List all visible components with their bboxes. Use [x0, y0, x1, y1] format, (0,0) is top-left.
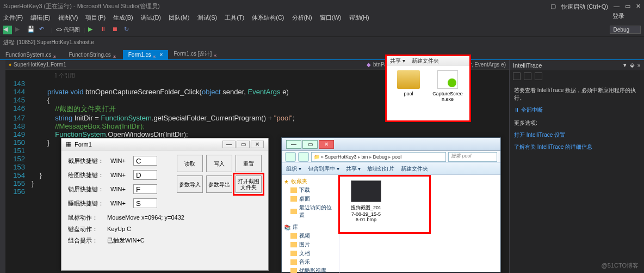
app-title: SuperHotKey3 (正在运行) - Microsoft Visual S…: [3, 2, 160, 10]
input-capture-key[interactable]: [133, 156, 157, 166]
btn-reset[interactable]: 重置: [236, 155, 262, 172]
folder-icon: [290, 268, 297, 273]
menu-view[interactable]: 视图(V): [58, 14, 78, 22]
restart-icon[interactable]: ↻: [124, 26, 133, 34]
menu-test[interactable]: 测试(S): [197, 14, 218, 22]
it-tool-icon-3[interactable]: [535, 72, 542, 80]
form1-titlebar[interactable]: ▦ Form1 — ▭ ✕: [61, 138, 268, 150]
save-icon[interactable]: 💾: [27, 26, 36, 34]
close-icon[interactable]: ✕: [636, 3, 641, 11]
tab-functionsystem[interactable]: FunctionSystem.cs⁎: [0, 50, 63, 59]
config-dropdown[interactable]: Debug: [610, 26, 641, 34]
form1-close-icon[interactable]: ✕: [251, 141, 264, 148]
maximize-icon[interactable]: ▭: [625, 3, 630, 11]
address-bar[interactable]: 📁 « SuperHotKey3▸ bin▸ Debug▸ pool: [311, 152, 446, 162]
breadcrumb-class[interactable]: SuperHotKey1.Form1: [14, 62, 367, 68]
menu-debug[interactable]: 调试(D): [141, 14, 161, 22]
explorer-titlebar[interactable]: — ▭ ✕: [282, 138, 500, 151]
cmd-share[interactable]: 共享 ▾: [346, 165, 361, 173]
value-keyboard: KeyUp C: [107, 226, 131, 232]
cmd-include[interactable]: 包含到库中 ▾: [308, 165, 339, 173]
menu-window[interactable]: 窗口(W): [320, 14, 342, 22]
form1-min-icon[interactable]: —: [222, 141, 236, 148]
bmp-thumb-icon: [351, 180, 381, 202]
panel-dropdown-icon[interactable]: ▾: [623, 62, 627, 69]
menu-analyze[interactable]: 分析(N): [292, 14, 312, 22]
folder-item-exe[interactable]: CaptureScreen.exe: [431, 70, 465, 102]
intellitrace-header[interactable]: IntelliTrace ▾ ⬙ ×: [510, 60, 644, 70]
menu-file[interactable]: 文件(F): [3, 14, 23, 22]
explorer-min-icon[interactable]: —: [286, 140, 301, 149]
close-tab-icon[interactable]: ×: [159, 52, 163, 58]
quick-launch[interactable]: 快速启动 (Ctrl+Q): [561, 3, 608, 11]
btn-param-export[interactable]: 参数导出: [206, 175, 232, 193]
intellitrace-toolbar: [510, 70, 644, 82]
label-combo: 组合提示：: [68, 236, 107, 245]
notif-icon[interactable]: ▢: [550, 3, 556, 11]
folder-icon: [290, 196, 297, 202]
menu-tools[interactable]: 工具(T): [225, 14, 244, 22]
menu-arch[interactable]: 体系结构(C): [252, 14, 284, 22]
undo-icon[interactable]: ↶: [39, 26, 48, 34]
menu-build[interactable]: 生成(B): [113, 14, 133, 22]
it-settings-link[interactable]: 打开 IntelliTrace 设置: [514, 131, 640, 139]
it-learn-link[interactable]: 了解有关 IntelliTrace 的详细信息: [514, 143, 640, 151]
it-break-all-link[interactable]: ⏸ 全部中断: [514, 106, 640, 114]
it-tool-icon-2[interactable]: [524, 72, 531, 80]
explorer-search[interactable]: 搜索 pool: [448, 152, 497, 162]
cmd-organize[interactable]: 组织 ▾: [286, 165, 301, 173]
pin-icon[interactable]: ⁎: [214, 52, 218, 56]
pin-icon[interactable]: ⁎: [113, 53, 117, 57]
nav-tree[interactable]: ★ 收藏夹 下载 桌面 最近访问的位置 📚 库 视频 图片 文档 音乐 优酷影视…: [282, 175, 339, 273]
folder-icon: [397, 70, 420, 89]
file-list[interactable]: 搜狗截图_2017-08-29_15-56-01.bmp: [339, 175, 500, 273]
panel-pin-icon[interactable]: ⬙: [630, 62, 634, 69]
folder-icon: [290, 233, 297, 239]
folder-newfolder[interactable]: 新建文件夹: [412, 57, 439, 65]
cmd-newfolder[interactable]: 新建文件夹: [401, 165, 428, 173]
minimize-icon[interactable]: —: [614, 3, 620, 11]
panel-close-icon[interactable]: ×: [637, 62, 641, 69]
nav-fwd-icon[interactable]: ▶: [15, 26, 24, 34]
folder-item-pool[interactable]: pool: [392, 70, 425, 102]
stop-icon[interactable]: ⏹: [112, 26, 121, 34]
nav-back-button[interactable]: [285, 152, 296, 162]
nav-forward-button[interactable]: [298, 152, 309, 162]
btn-write[interactable]: 写入: [206, 155, 232, 172]
value-mouse: MouseMove x=0964; y=0432: [107, 214, 184, 221]
input-sleep-key[interactable]: [133, 198, 157, 208]
form1-window: ▦ Form1 — ▭ ✕ 截屏快捷键：WIN+ 绘图快捷键：WIN+ 锁屏快捷…: [61, 138, 269, 271]
nav-back-icon[interactable]: ◀: [3, 26, 12, 34]
it-tool-icon-1[interactable]: [513, 72, 521, 80]
toolbar: ◀ ▶ 💾 ↶ | <> 代码图 | ▶ ⏸ ⏹ ↻ Debug: [0, 23, 644, 37]
folder-icon: 📁: [314, 154, 320, 160]
command-bar: 组织 ▾ 包含到库中 ▾ 共享 ▾ 放映幻灯片 新建文件夹: [282, 163, 500, 175]
pause-icon[interactable]: ⏸: [100, 26, 109, 34]
value-combo: 已触发WIN+C: [107, 237, 145, 244]
explorer-close-icon[interactable]: ✕: [319, 140, 334, 149]
file-item[interactable]: 搜狗截图_2017-08-29_15-56-01.bmp: [350, 180, 382, 222]
process-label: 进程: [10852] SuperHotKey1.vshost.e: [3, 39, 94, 46]
folder-share-menu[interactable]: 共享 ▾: [390, 57, 405, 65]
form1-app-icon: ▦: [66, 141, 71, 148]
menu-team[interactable]: 团队(M): [169, 14, 190, 22]
tab-form1-cs[interactable]: Form1.cs⁎×: [123, 50, 169, 59]
tab-form1-design[interactable]: Form1.cs [设计]⁎: [168, 48, 224, 59]
tab-functionstring[interactable]: FunctionString.cs⁎: [63, 50, 122, 59]
continue-icon[interactable]: ▶: [88, 26, 97, 34]
btn-open-capture-folder[interactable]: 打开截图文件夹: [236, 175, 262, 193]
btn-read[interactable]: 读取: [177, 155, 203, 172]
signin-link[interactable]: 登录: [612, 12, 624, 20]
pin-icon[interactable]: ⁎: [153, 53, 157, 57]
menu-help[interactable]: 帮助(H): [349, 14, 369, 22]
explorer-max-icon[interactable]: ▭: [302, 140, 318, 149]
btn-param-import[interactable]: 参数导入: [177, 175, 203, 193]
form1-max-icon[interactable]: ▭: [237, 141, 250, 148]
input-lock-key[interactable]: [133, 184, 157, 194]
cmd-slideshow[interactable]: 放映幻灯片: [367, 165, 394, 173]
pin-icon[interactable]: ⁎: [53, 53, 58, 57]
input-draw-key[interactable]: [133, 170, 157, 180]
menu-edit[interactable]: 编辑(E): [30, 14, 51, 22]
menu-project[interactable]: 项目(P): [85, 14, 106, 22]
explorer-window: — ▭ ✕ 📁 « SuperHotKey3▸ bin▸ Debug▸ pool…: [281, 137, 501, 272]
